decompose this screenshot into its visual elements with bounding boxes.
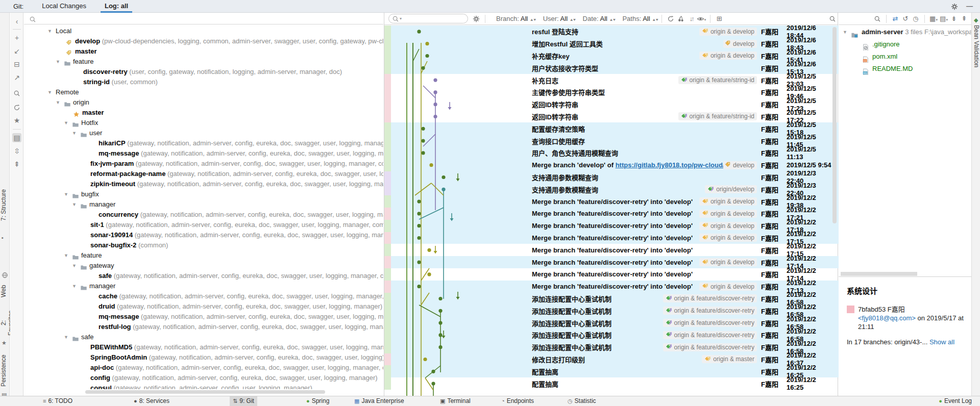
expand-arrow-icon[interactable]: ▼ <box>72 281 77 291</box>
branch-tag[interactable]: origin & develop <box>699 28 757 36</box>
stripe----structure[interactable]: 7: Structure <box>0 180 10 231</box>
log-vertical-scrollbar[interactable] <box>832 27 837 223</box>
branch-row-bugfix[interactable]: ▼bugfix <box>24 189 383 199</box>
commit-row[interactable]: Merge branch 'feature/discover-retry' in… <box>384 256 839 268</box>
expand-all-icon[interactable]: ⇳ <box>12 146 21 156</box>
branch-tag[interactable]: origin & feature/discover-retry <box>663 319 757 327</box>
event-log-button[interactable]: ●Event Log <box>936 396 975 406</box>
branch-row-origin[interactable]: ▼origin <box>24 97 383 108</box>
branch-tag[interactable]: origin & feature/string-id <box>678 76 757 84</box>
branch-tag[interactable]: origin/develop <box>705 185 757 193</box>
expand-arrow-icon[interactable]: ▼ <box>843 26 847 38</box>
commit-row[interactable]: 返回ID转字符串F嘉阳2019/12/5 17:23 <box>384 98 839 111</box>
branch-row-feature[interactable]: ▼feature <box>24 57 383 67</box>
branch-row-restful-log[interactable]: restful-log (gateway, notification, admi… <box>24 322 383 332</box>
branch-row-sit-1[interactable]: sit-1 (gateway, notification, admin-serv… <box>24 220 383 230</box>
branch-row-safe[interactable]: safe (gateway, notification, admin-serve… <box>24 271 383 281</box>
statusbar----todo[interactable]: ≡6: TODO <box>40 396 76 406</box>
commit-row[interactable]: 添加连接配置中心重试机制origin & feature/discover-re… <box>384 293 839 305</box>
expand-arrow-icon[interactable]: ▼ <box>56 97 60 108</box>
search-icon[interactable] <box>12 88 21 97</box>
branch-tag[interactable]: origin & feature/discover-retry <box>663 343 757 351</box>
commit-row[interactable]: 支持通用参数模糊查询origin/developF嘉阳2019/12/3 22:… <box>384 183 839 195</box>
branch-tag[interactable]: origin & develop <box>699 52 757 60</box>
commit-icon[interactable]: ↗ <box>12 73 21 82</box>
branch-row-gateway[interactable]: ▼gateway <box>24 261 383 271</box>
commit-row[interactable]: Merge branch 'develop' of https://gitlab… <box>384 159 839 171</box>
collapse-all-icon[interactable]: ⇞ <box>959 15 969 22</box>
expand-arrow-icon[interactable]: ▼ <box>72 199 77 210</box>
commit-row[interactable]: 支持通用参数模糊查询F嘉阳2019/12/3 22:40 <box>384 171 839 184</box>
commit-row[interactable]: 增加Restful 返回工具类developF嘉阳2019/12/6 18:43 <box>384 38 839 50</box>
commit-message-link[interactable]: https://gitlab.fjy8018.top/pw-cloud/eure… <box>616 161 723 169</box>
statusbar-endpoints[interactable]: ◔Endpoints <box>498 396 537 406</box>
refresh-icon[interactable] <box>12 103 21 112</box>
branches-search-field[interactable] <box>24 13 383 24</box>
branch-tag[interactable]: develop <box>723 40 757 48</box>
commit-row[interactable]: 用户状态接收字符类型F嘉阳2019/12/6 15:13 <box>384 62 839 74</box>
filter-user[interactable]: User: All ▲▼ <box>543 15 576 22</box>
show-all-link[interactable]: Show all <box>929 338 954 346</box>
branch-row-config[interactable]: config (gateway, notification, admin-ser… <box>24 373 383 383</box>
add-icon[interactable]: + <box>12 33 21 42</box>
commit-row[interactable]: 补充缓存keyorigin & developF嘉阳2019/12/6 15:4… <box>384 50 839 62</box>
commit-row[interactable]: Merge branch 'feature/discover-retry' in… <box>384 220 839 232</box>
branch-row-manager[interactable]: ▼manager <box>24 199 383 210</box>
branch-tag[interactable]: origin & develop <box>699 234 757 242</box>
log-search-field[interactable]: ▾ <box>388 14 468 23</box>
commit-row[interactable]: 添加连接配置中心重试机制origin & feature/discover-re… <box>384 304 839 317</box>
collapse-all-icon[interactable]: ⇞ <box>12 160 21 169</box>
branch-row-user[interactable]: ▼user <box>24 128 383 138</box>
branch-row-master[interactable]: master <box>24 46 383 57</box>
commit-row[interactable]: Merge branch 'feature/discover-retry' in… <box>384 195 839 208</box>
branch-row-springbootadmin[interactable]: SpringBootAdmin (gateway, notification, … <box>24 352 383 363</box>
expand-all-icon[interactable]: ⇟ <box>949 15 959 22</box>
commit-row[interactable]: 配置抽离F嘉阳2019/12/2 16:25 <box>384 365 839 377</box>
branch-row-cache[interactable]: cache (gateway, notification, admin-serv… <box>24 291 383 301</box>
changed-file-row[interactable]: <> pom.xml <box>839 50 971 63</box>
tab-log-all[interactable]: Log: all <box>105 0 128 13</box>
settings-gear-icon[interactable] <box>951 2 958 10</box>
branch-row-consul[interactable]: consul (gateway, notification, admin-ser… <box>24 383 383 389</box>
expand-arrow-icon[interactable]: ▼ <box>64 332 68 342</box>
branch-row-string-id[interactable]: string-id (user, common) <box>24 77 383 87</box>
changed-file-row[interactable]: .gitignore <box>839 38 971 50</box>
statusbar-spring[interactable]: ●Spring <box>303 396 332 406</box>
expand-arrow-icon[interactable]: ▼ <box>64 250 68 261</box>
branch-row-safe[interactable]: ▼safe <box>24 332 383 342</box>
branch-row-mq-message[interactable]: mq-message (gateway, notification, admin… <box>24 312 383 322</box>
refresh-log-icon[interactable] <box>666 15 676 23</box>
branch-row-develop[interactable]: develop (pw-cloud-dependencies, logging,… <box>24 36 383 46</box>
filter-date[interactable]: Date: All ▲▼ <box>583 15 616 22</box>
stripe-persistence[interactable]: Persistence <box>0 352 10 390</box>
filter-paths[interactable]: Paths: All ▲▼ <box>622 15 658 22</box>
log-settings-gear-icon[interactable] <box>471 15 481 23</box>
statusbar-statistic[interactable]: ◷Statistic <box>565 396 599 406</box>
rollback-icon[interactable]: ↺ <box>900 15 911 22</box>
branch-row-discover-retry[interactable]: discover-retry (user, config, gateway, n… <box>24 67 383 77</box>
branch-row-zipkin-timeout[interactable]: zipkin-timeout (gateway, notification, a… <box>24 179 383 189</box>
branch-row-master[interactable]: master <box>24 108 383 118</box>
expand-arrow-icon[interactable]: ▼ <box>72 128 77 138</box>
stripe----favorites[interactable]: 2: Favorites <box>0 307 10 339</box>
branch-row-mq-message[interactable]: mq-message (gateway, notification, admin… <box>24 148 383 159</box>
branch-tag[interactable]: origin & feature/discover-retry <box>663 307 757 315</box>
compare-icon[interactable]: ⇄ <box>890 15 900 22</box>
commit-row[interactable]: 主键传参使用字符串类型F嘉阳2019/12/5 19:46 <box>384 86 839 98</box>
statusbar-terminal[interactable]: ▣Terminal <box>437 396 474 406</box>
show-toolwindow-icon[interactable]: ▤ <box>12 133 21 142</box>
expand-arrow-icon[interactable]: ▼ <box>56 57 60 67</box>
commit-row[interactable]: 用户、角色支持通用模糊查询F嘉阳2019/12/5 11:13 <box>384 147 839 159</box>
branch-row-pbewithmd5[interactable]: PBEWithMD5 (gateway, notification, admin… <box>24 342 383 352</box>
filter-files-search-icon[interactable] <box>872 15 883 23</box>
tab-local-changes[interactable]: Local Changes <box>42 0 86 13</box>
commit-row[interactable]: resful 登陆支持origin & developF嘉阳2019/12/6 … <box>384 26 839 38</box>
branch-row-hikaricp[interactable]: hikariCP (gateway, notification, admin-s… <box>24 138 383 148</box>
intellisort-icon[interactable]: ↓↑ <box>686 15 696 22</box>
favorite-icon[interactable]: ★ <box>12 116 21 125</box>
commit-row[interactable]: Merge branch 'feature/discover-retry' in… <box>384 244 839 256</box>
statusbar----git[interactable]: ⇅9: Git <box>230 396 257 406</box>
bean-validation-icon[interactable]: ◆ <box>974 17 978 23</box>
commit-row[interactable]: 补充日志origin & feature/string-idF嘉阳2019/12… <box>384 74 839 86</box>
new-tab-icon[interactable]: ⊞ <box>714 15 724 22</box>
